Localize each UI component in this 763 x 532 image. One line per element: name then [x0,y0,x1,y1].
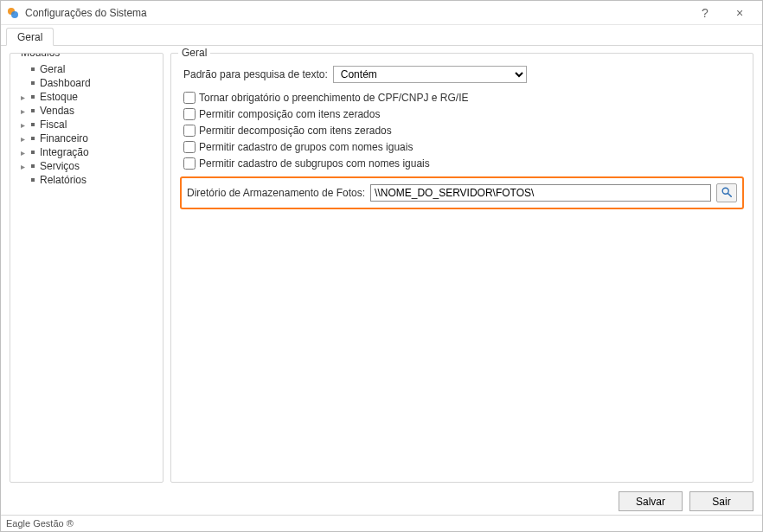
check-cpf-cnpj[interactable]: Tornar obrigatório o preenchimento de CP… [183,92,746,104]
check-cpf-cnpj-box[interactable] [183,92,196,104]
chevron-right-icon: ▸ [21,106,29,116]
system-config-window: Configurações do Sistema ? × Geral Módul… [0,0,763,532]
bullet-icon [31,67,35,71]
bullet-icon [31,81,35,85]
modules-legend: Módulos [17,53,63,59]
sidebar-item-integracao[interactable]: ▸Integração [17,145,156,159]
sidebar-item-geral[interactable]: Geral [17,62,156,76]
check-composicao-zerados[interactable]: Permitir composição com itens zerados [183,108,746,120]
titlebar: Configurações do Sistema ? × [1,1,762,25]
sidebar-item-estoque[interactable]: ▸Estoque [17,90,156,104]
bullet-icon [31,123,35,126]
photo-dir-row: Diretório de Armazenamento de Fotos: [180,176,744,209]
browse-button[interactable] [716,183,737,202]
chevron-right-icon: ▸ [21,148,29,157]
svg-line-3 [728,193,732,196]
bullet-icon [31,178,35,182]
check-decomposicao-zerados-box[interactable] [183,125,196,137]
window-title: Configurações do Sistema [25,7,688,19]
search-pattern-combo[interactable]: Contém [333,66,527,83]
modules-groupbox: Módulos Geral Dashboard ▸Estoque ▸Vendas… [10,53,164,483]
checkbox-list: Tornar obrigatório o preenchimento de CP… [183,92,746,170]
search-pattern-row: Padrão para pesquisa de texto: Contém [183,66,746,83]
chevron-right-icon: ▸ [21,134,29,144]
bullet-icon [31,95,35,99]
close-button[interactable]: × [722,1,757,24]
chevron-right-icon: ▸ [21,93,29,102]
check-decomposicao-zerados[interactable]: Permitir decomposição com itens zerados [183,125,746,137]
sidebar-item-dashboard[interactable]: Dashboard [17,76,156,90]
photo-dir-label: Diretório de Armazenamento de Fotos: [187,187,365,199]
general-legend: Geral [178,47,210,59]
check-grupos-nomes-iguais-box[interactable] [183,141,196,153]
chevron-right-icon: ▸ [21,162,29,171]
footer-buttons: Salvar Sair [1,486,762,515]
help-button[interactable]: ? [688,1,722,24]
sidebar-item-servicos[interactable]: ▸Serviços [17,159,156,173]
search-icon [721,186,733,201]
content-area: Módulos Geral Dashboard ▸Estoque ▸Vendas… [1,46,762,486]
chevron-right-icon: ▸ [21,120,29,130]
bullet-icon [31,137,35,140]
sidebar-item-fiscal[interactable]: ▸Fiscal [17,118,156,131]
check-composicao-zerados-box[interactable] [183,108,196,120]
statusbar: Eagle Gestão ® [1,515,762,531]
bullet-icon [31,109,35,112]
check-subgrupos-nomes-iguais-box[interactable] [183,157,196,170]
exit-button[interactable]: Sair [689,491,753,511]
status-text: Eagle Gestão ® [6,518,74,529]
sidebar-item-financeiro[interactable]: ▸Financeiro [17,131,156,145]
tabstrip: Geral [1,25,762,46]
photo-dir-input[interactable] [370,184,711,202]
app-icon [6,6,20,20]
check-grupos-nomes-iguais[interactable]: Permitir cadastro de grupos com nomes ig… [183,141,746,153]
tab-geral[interactable]: Geral [6,28,54,46]
search-pattern-label: Padrão para pesquisa de texto: [183,68,328,80]
svg-point-2 [722,188,728,194]
bullet-icon [31,164,35,168]
modules-tree: Geral Dashboard ▸Estoque ▸Vendas ▸Fiscal… [17,62,156,187]
sidebar-item-vendas[interactable]: ▸Vendas [17,104,156,118]
save-button[interactable]: Salvar [619,491,683,511]
svg-point-1 [11,11,18,18]
bullet-icon [31,151,35,154]
check-subgrupos-nomes-iguais[interactable]: Permitir cadastro de subgrupos com nomes… [183,157,746,170]
general-groupbox: Geral Padrão para pesquisa de texto: Con… [170,53,753,483]
sidebar-item-relatorios[interactable]: Relatórios [17,173,156,187]
